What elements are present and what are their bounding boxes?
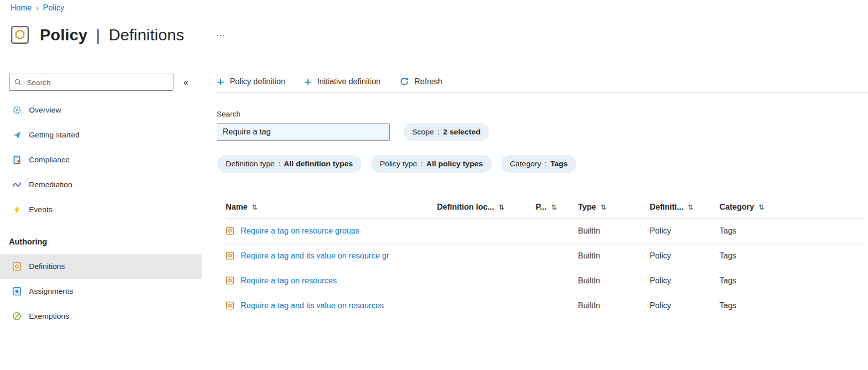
sidebar-nav: Overview Getting started Compliance Reme… [0, 98, 202, 329]
sidebar-item-assignments[interactable]: Assignments [0, 279, 202, 304]
policy-definition-button[interactable]: + Policy definition [217, 77, 285, 87]
sidebar-section-authoring: Authoring [0, 230, 202, 254]
column-header-definition-location[interactable]: Definition loc... ⇅ [437, 203, 536, 212]
sort-icon: ⇅ [551, 203, 557, 211]
table-header-row: Name ⇅ Definition loc... ⇅ P... ⇅ Type ⇅… [226, 196, 864, 219]
sidebar-item-getting-started[interactable]: Getting started [0, 123, 202, 147]
policy-type-filter-pill[interactable]: Policy type : All policy types [371, 155, 492, 173]
sidebar-item-exemptions[interactable]: Exemptions [0, 304, 202, 329]
sidebar-item-label: Assignments [29, 287, 73, 296]
definition-type-cell: Policy [650, 276, 720, 285]
table-row[interactable]: Require a tag and its value on resource … [226, 244, 864, 268]
sidebar-item-label: Compliance [29, 155, 70, 164]
policy-definition-icon [226, 227, 234, 235]
sidebar-item-definitions[interactable]: Definitions [0, 254, 202, 279]
more-actions-button[interactable]: ··· [213, 30, 228, 39]
column-header-policies[interactable]: P... ⇅ [536, 203, 578, 212]
breadcrumb-policy-link[interactable]: Policy [43, 3, 64, 12]
sidebar-item-label: Overview [29, 106, 61, 115]
page-header: Policy | Definitions [10, 25, 184, 45]
sidebar-item-events[interactable]: Events [0, 197, 202, 222]
page-title-divider: | [96, 26, 101, 44]
pill-separator: : [421, 159, 423, 168]
table-row[interactable]: Require a tag on resources BuiltIn Polic… [226, 268, 864, 293]
definition-type-cell: Policy [650, 301, 720, 310]
definition-type-cell: Policy [650, 251, 720, 260]
pill-value: All definition types [284, 159, 353, 168]
sidebar-item-label: Events [29, 205, 52, 214]
refresh-button[interactable]: Refresh [400, 77, 442, 86]
name-cell: Require a tag on resources [226, 276, 437, 285]
table-row[interactable]: Require a tag and its value on resources… [226, 293, 864, 318]
sort-icon: ⇅ [758, 203, 764, 211]
name-cell: Require a tag on resource groups [226, 227, 437, 236]
policy-definition-icon [226, 276, 234, 285]
pill-separator: : [437, 127, 439, 136]
column-header-definition-type[interactable]: Definiti... ⇅ [650, 203, 720, 212]
filter-row-2: Definition type : All definition types P… [217, 155, 868, 173]
events-icon [12, 205, 21, 214]
collapse-sidebar-button[interactable]: « [181, 76, 190, 89]
sidebar-search-input[interactable] [26, 78, 168, 87]
chevron-right-icon: › [36, 4, 39, 12]
sidebar-item-overview[interactable]: Overview [0, 98, 202, 123]
pill-separator: : [278, 159, 280, 168]
definition-link[interactable]: Require a tag on resource groups [241, 227, 359, 236]
breadcrumb-home-link[interactable]: Home [10, 3, 32, 12]
command-bar: + Policy definition + Initiative definit… [217, 71, 868, 93]
definitions-search-input[interactable] [217, 123, 390, 141]
type-cell: BuiltIn [578, 227, 650, 236]
plus-icon: + [217, 77, 224, 87]
getting-started-icon [12, 130, 21, 139]
policy-definition-icon [226, 251, 234, 260]
table-row[interactable]: Require a tag on resource groups BuiltIn… [226, 219, 864, 244]
sidebar-item-remediation[interactable]: Remediation [0, 172, 202, 197]
policy-page-icon [10, 25, 30, 45]
assignments-icon [12, 287, 21, 296]
compliance-icon [12, 155, 21, 164]
search-field-label: Search [217, 110, 868, 118]
page-title: Policy | Definitions [40, 26, 184, 44]
sort-icon: ⇅ [499, 203, 505, 211]
sort-icon: ⇅ [600, 203, 606, 211]
pill-value: Tags [550, 159, 568, 168]
sidebar-search-box[interactable] [9, 74, 173, 91]
category-cell: Tags [720, 227, 864, 236]
page-title-primary: Policy [40, 26, 87, 44]
sidebar-item-label: Getting started [29, 130, 80, 139]
initiative-definition-button[interactable]: + Initiative definition [304, 77, 380, 87]
column-header-category[interactable]: Category ⇅ [720, 203, 864, 212]
scope-filter-pill[interactable]: Scope : 2 selected [403, 123, 489, 141]
definition-link[interactable]: Require a tag and its value on resource … [241, 251, 389, 260]
category-filter-pill[interactable]: Category : Tags [501, 155, 577, 173]
sidebar-item-compliance[interactable]: Compliance [0, 147, 202, 172]
overview-icon [12, 106, 21, 115]
pill-name: Definition type [226, 159, 275, 168]
sidebar-item-label: Exemptions [29, 312, 69, 321]
column-header-type[interactable]: Type ⇅ [578, 203, 650, 212]
column-label: Definiti... [650, 203, 684, 212]
definition-type-filter-pill[interactable]: Definition type : All definition types [217, 155, 362, 173]
refresh-icon [400, 77, 409, 86]
column-label: Definition loc... [437, 203, 494, 212]
type-cell: BuiltIn [578, 301, 650, 310]
sort-icon: ⇅ [688, 203, 694, 211]
name-cell: Require a tag and its value on resource … [226, 251, 437, 260]
pill-name: Category [510, 159, 541, 168]
remediation-icon [12, 180, 21, 189]
definitions-icon [12, 262, 21, 271]
definition-link[interactable]: Require a tag on resources [241, 276, 337, 285]
policy-definition-label: Policy definition [230, 77, 285, 86]
sidebar-item-label: Definitions [29, 262, 65, 271]
category-cell: Tags [720, 251, 864, 260]
type-cell: BuiltIn [578, 276, 650, 285]
definition-link[interactable]: Require a tag and its value on resources [241, 301, 384, 310]
sidebar-item-label: Remediation [29, 180, 72, 189]
definitions-table: Name ⇅ Definition loc... ⇅ P... ⇅ Type ⇅… [226, 196, 864, 318]
category-cell: Tags [720, 276, 864, 285]
filter-row-1: Scope : 2 selected [217, 123, 868, 141]
plus-icon: + [304, 77, 311, 87]
column-label: P... [536, 203, 547, 212]
search-icon [14, 78, 22, 86]
column-header-name[interactable]: Name ⇅ [226, 203, 437, 212]
